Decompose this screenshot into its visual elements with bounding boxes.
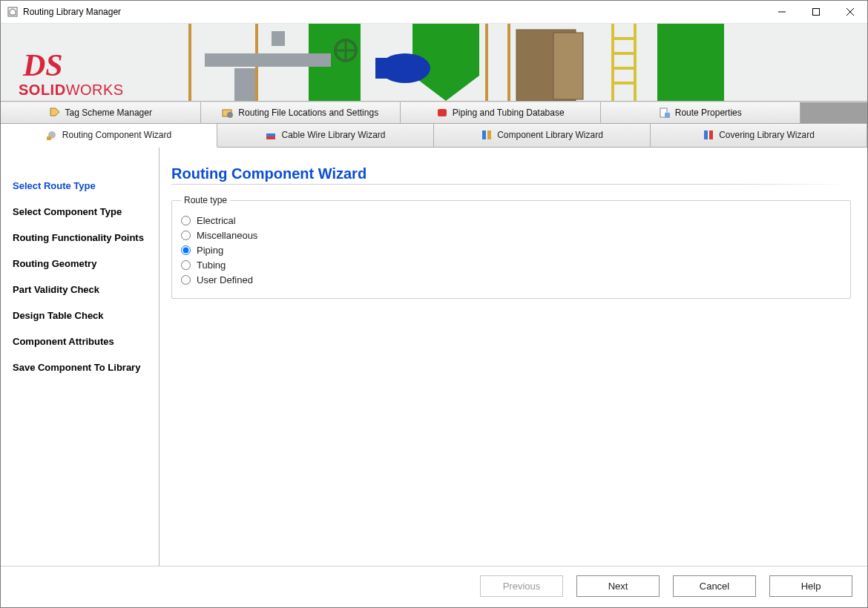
footer: Previous Next Cancel Help bbox=[1, 566, 867, 607]
svg-rect-39 bbox=[482, 130, 486, 139]
main-panel: Routing Component Wizard Route type Elec… bbox=[160, 148, 867, 566]
radio-label-piping[interactable]: Piping bbox=[197, 245, 223, 256]
properties-icon bbox=[659, 107, 671, 119]
tab-route-properties[interactable]: Route Properties bbox=[601, 102, 801, 123]
tab-label: Covering Library Wizard bbox=[719, 130, 815, 140]
tab-tag-scheme-manager[interactable]: Tag Scheme Manager bbox=[1, 102, 201, 123]
svg-rect-41 bbox=[704, 130, 708, 139]
folder-gear-icon bbox=[222, 107, 234, 119]
tab-label: Tag Scheme Manager bbox=[65, 108, 152, 118]
body: Select Route Type Select Component Type … bbox=[1, 148, 867, 566]
radio-row-electrical: Electrical bbox=[181, 215, 841, 226]
tab-label: Cable Wire Library Wizard bbox=[281, 130, 385, 140]
cable-wizard-icon bbox=[265, 129, 277, 141]
radio-user-defined[interactable] bbox=[181, 275, 191, 285]
step-select-route-type[interactable]: Select Route Type bbox=[1, 173, 159, 199]
svg-point-31 bbox=[227, 112, 233, 118]
svg-rect-40 bbox=[487, 130, 491, 139]
tab-routing-file-locations[interactable]: Routing File Locations and Settings bbox=[201, 102, 401, 123]
covering-wizard-icon bbox=[703, 129, 714, 141]
svg-rect-36 bbox=[47, 136, 51, 140]
svg-rect-13 bbox=[272, 31, 285, 46]
radio-row-user-defined: User Defined bbox=[181, 274, 841, 285]
step-part-validity-check[interactable]: Part Validity Check bbox=[1, 277, 159, 303]
banner-art bbox=[183, 24, 724, 101]
library-wizard-icon bbox=[481, 129, 493, 141]
radio-row-piping: Piping bbox=[181, 245, 841, 256]
tab-routing-component-wizard[interactable]: Routing Component Wizard bbox=[1, 124, 217, 148]
logo-brand: SOLIDWORKS bbox=[19, 82, 124, 99]
tab-label: Routing File Locations and Settings bbox=[238, 108, 378, 118]
titlebar: Routing Library Manager bbox=[1, 1, 867, 24]
maximize-button[interactable] bbox=[799, 1, 833, 23]
close-button[interactable] bbox=[833, 1, 867, 23]
next-button[interactable]: Next bbox=[576, 575, 660, 597]
svg-rect-12 bbox=[205, 53, 331, 67]
tab-label: Routing Component Wizard bbox=[62, 130, 171, 140]
radio-row-miscellaneous: Miscellaneous bbox=[181, 230, 841, 241]
cancel-button[interactable]: Cancel bbox=[673, 575, 756, 597]
banner: DS SOLIDWORKS bbox=[1, 24, 867, 102]
tab-component-library-wizard[interactable]: Component Library Wizard bbox=[434, 124, 651, 147]
step-component-attributes[interactable]: Component Attributes bbox=[1, 328, 159, 354]
component-wizard-icon bbox=[46, 129, 58, 141]
radio-electrical[interactable] bbox=[181, 216, 191, 225]
logo-ds: DS bbox=[23, 55, 63, 76]
app-icon bbox=[7, 6, 19, 18]
step-routing-functionality-points[interactable]: Routing Functionality Points bbox=[1, 225, 159, 251]
svg-rect-28 bbox=[657, 24, 724, 101]
svg-marker-11 bbox=[412, 76, 479, 101]
svg-rect-42 bbox=[709, 130, 713, 139]
svg-rect-32 bbox=[438, 109, 447, 116]
route-type-legend: Route type bbox=[181, 195, 230, 205]
svg-rect-34 bbox=[665, 113, 670, 118]
radio-miscellaneous[interactable] bbox=[181, 231, 191, 240]
tab-piping-tubing-database[interactable]: Piping and Tubing Database bbox=[401, 102, 601, 123]
database-icon bbox=[436, 107, 448, 119]
app-window: Routing Library Manager DS SOLIDWORKS bbox=[0, 0, 868, 608]
tab-covering-library-wizard[interactable]: Covering Library Wizard bbox=[651, 124, 867, 147]
radio-label-user-defined[interactable]: User Defined bbox=[197, 274, 253, 285]
route-type-group: Route type Electrical Miscellaneous Pipi… bbox=[171, 195, 851, 299]
radio-row-tubing: Tubing bbox=[181, 260, 841, 271]
tab-cable-wire-library-wizard[interactable]: Cable Wire Library Wizard bbox=[217, 124, 434, 147]
step-design-table-check[interactable]: Design Table Check bbox=[1, 303, 159, 328]
step-select-component-type[interactable]: Select Component Type bbox=[1, 199, 159, 225]
svg-rect-37 bbox=[266, 133, 275, 136]
help-button[interactable]: Help bbox=[769, 575, 852, 597]
logo: DS SOLIDWORKS bbox=[19, 55, 124, 99]
step-routing-geometry[interactable]: Routing Geometry bbox=[1, 251, 159, 277]
heading-underline bbox=[171, 184, 851, 185]
svg-rect-19 bbox=[375, 58, 390, 79]
tab-label: Route Properties bbox=[675, 108, 742, 118]
window-title: Routing Library Manager bbox=[23, 7, 121, 17]
minimize-button[interactable] bbox=[765, 1, 799, 23]
radio-label-electrical[interactable]: Electrical bbox=[197, 215, 236, 226]
step-save-component-to-library[interactable]: Save Component To Library bbox=[1, 354, 159, 380]
tab-filler bbox=[800, 102, 867, 123]
svg-rect-21 bbox=[553, 33, 583, 99]
svg-rect-14 bbox=[234, 68, 255, 101]
radio-piping[interactable] bbox=[181, 245, 191, 255]
radio-label-miscellaneous[interactable]: Miscellaneous bbox=[197, 230, 257, 241]
radio-label-tubing[interactable]: Tubing bbox=[197, 260, 226, 271]
page-heading: Routing Component Wizard bbox=[171, 165, 851, 182]
radio-tubing[interactable] bbox=[181, 260, 191, 270]
svg-rect-38 bbox=[266, 136, 275, 139]
wizard-steps-sidebar: Select Route Type Select Component Type … bbox=[1, 148, 160, 566]
svg-marker-29 bbox=[50, 108, 59, 116]
wizard-tabs: Routing Component Wizard Cable Wire Libr… bbox=[1, 124, 867, 148]
previous-button: Previous bbox=[480, 575, 563, 597]
tag-icon bbox=[49, 107, 61, 119]
toolbar-tabs: Tag Scheme Manager Routing File Location… bbox=[1, 102, 867, 124]
svg-rect-2 bbox=[813, 9, 820, 16]
tab-label: Piping and Tubing Database bbox=[453, 108, 565, 118]
tab-label: Component Library Wizard bbox=[497, 130, 603, 140]
